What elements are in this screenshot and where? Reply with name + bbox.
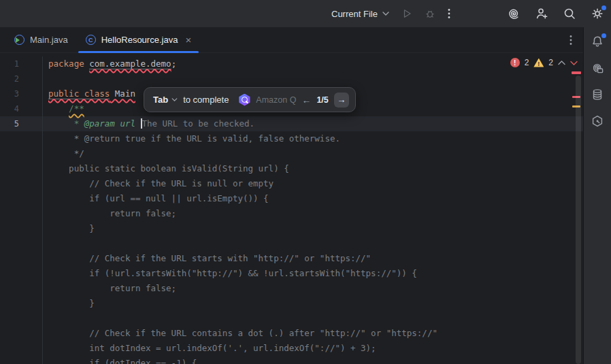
code-line[interactable] xyxy=(0,236,583,251)
code-line[interactable]: // Check if the URL contains a dot (.) a… xyxy=(0,326,583,341)
line-number[interactable] xyxy=(0,191,43,206)
code-text: return false; xyxy=(43,206,176,221)
ghost-suggestion-text: if (dotIndex == -1) { xyxy=(48,358,197,364)
inline-completion-popup: Tab to complete Amazon Q ← 1/5 → xyxy=(144,87,356,112)
previous-problem-chevron-icon[interactable] xyxy=(558,61,565,65)
tabbar-kebab-icon[interactable] xyxy=(569,35,572,46)
search-icon[interactable] xyxy=(563,7,576,20)
previous-suggestion-arrow-icon[interactable]: ← xyxy=(301,95,311,105)
run-icon[interactable] xyxy=(401,8,412,19)
ghost-suggestion-text: // Check if the URL is null or empty xyxy=(48,178,274,188)
code-text: } xyxy=(43,296,95,311)
code-editor[interactable]: 1package com.example.demo;23public class… xyxy=(0,53,583,364)
editor-tabbar: Main.java C HelloResource.java × xyxy=(0,27,583,53)
run-configuration-label: Current File xyxy=(331,9,378,19)
inspections-widget[interactable]: ! 2 ! 2 xyxy=(510,58,578,67)
line-number[interactable]: 2 xyxy=(0,71,43,86)
line-number[interactable]: 1 xyxy=(0,56,43,71)
ghost-suggestion-text: } xyxy=(48,223,95,233)
tab-main-java[interactable]: Main.java xyxy=(5,27,77,52)
code-line[interactable] xyxy=(0,311,583,326)
code-line[interactable]: 2 xyxy=(0,71,583,86)
code-line[interactable]: 1package com.example.demo; xyxy=(0,56,583,71)
code-segment: public class xyxy=(48,88,110,99)
main-toolbar: Current File xyxy=(0,0,611,27)
code-line[interactable]: * @return true if the URL is valid, fals… xyxy=(0,131,583,146)
run-configuration-selector[interactable]: Current File xyxy=(331,9,389,19)
code-line[interactable]: if (url == null || url.isEmpty()) { xyxy=(0,191,583,206)
line-number[interactable]: 5 xyxy=(0,116,43,131)
code-segment: @param xyxy=(84,118,120,129)
code-line[interactable]: if (!url.startsWith("http://") && !url.s… xyxy=(0,266,583,281)
line-number[interactable] xyxy=(0,296,43,311)
add-user-icon[interactable] xyxy=(535,7,548,20)
code-line[interactable]: if (dotIndex == -1) { xyxy=(0,356,583,364)
workspace: Main.java C HelloResource.java × 1packag… xyxy=(0,27,611,364)
code-line[interactable]: 5 * @param url The URL to be checked. xyxy=(0,116,583,131)
tab-helloresource-java[interactable]: C HelloResource.java × xyxy=(77,27,201,52)
amazon-q-icon xyxy=(238,94,250,106)
code-text xyxy=(43,236,48,251)
ghost-suggestion-text: return false; xyxy=(48,283,176,293)
line-number[interactable] xyxy=(0,311,43,326)
line-number[interactable] xyxy=(0,251,43,266)
code-line[interactable]: // Check if the URL starts with "http://… xyxy=(0,251,583,266)
line-number[interactable] xyxy=(0,341,43,356)
code-segment: com.example.demo xyxy=(89,59,171,69)
line-number[interactable] xyxy=(0,206,43,221)
code-text: } xyxy=(43,221,95,236)
line-number[interactable] xyxy=(0,161,43,176)
code-text: // Check if the URL contains a dot (.) a… xyxy=(43,326,437,341)
ghost-suggestion-text: The URL to be checked. xyxy=(142,118,255,129)
code-text: public class Main xyxy=(43,86,135,101)
next-suggestion-arrow-button[interactable]: → xyxy=(334,93,349,107)
code-line[interactable]: int dotIndex = url.indexOf('.', url.inde… xyxy=(0,341,583,356)
warning-count: 2 xyxy=(548,58,553,67)
code-segment: ; xyxy=(171,59,177,69)
ghost-suggestion-text: if (!url.startsWith("http://") && !url.s… xyxy=(48,268,417,278)
next-problem-chevron-icon[interactable] xyxy=(570,61,578,65)
code-line[interactable]: } xyxy=(0,221,583,236)
vertical-scrollbar[interactable] xyxy=(576,76,581,364)
line-number[interactable] xyxy=(0,356,43,364)
code-line[interactable]: public static boolean isValid(String url… xyxy=(0,161,583,176)
line-number[interactable] xyxy=(0,221,43,236)
code-segment: Main xyxy=(110,88,135,99)
ghost-suggestion-text: // Check if the URL contains a dot (.) a… xyxy=(48,328,437,338)
code-line[interactable]: // Check if the URL is null or empty xyxy=(0,176,583,191)
debug-icon[interactable] xyxy=(425,8,435,19)
line-number[interactable]: 3 xyxy=(0,86,43,101)
line-number[interactable]: 4 xyxy=(0,101,43,116)
settings-gear-wrapper[interactable] xyxy=(591,7,604,20)
close-tab-icon[interactable]: × xyxy=(185,35,191,45)
error-stripe-mark[interactable] xyxy=(572,71,581,74)
code-line[interactable]: } xyxy=(0,296,583,311)
more-options-kebab-icon[interactable] xyxy=(448,8,450,19)
line-number[interactable] xyxy=(0,326,43,341)
line-number[interactable] xyxy=(0,176,43,191)
line-number[interactable] xyxy=(0,266,43,281)
line-number[interactable] xyxy=(0,131,43,146)
line-number[interactable] xyxy=(0,146,43,161)
code-text: return false; xyxy=(43,281,176,296)
toolbar-right-icons xyxy=(507,0,604,27)
chevron-down-icon[interactable] xyxy=(171,98,178,101)
code-line[interactable]: return false; xyxy=(0,206,583,221)
amazon-q-spiral-icon[interactable] xyxy=(507,7,521,20)
code-line[interactable]: */ xyxy=(0,146,583,161)
ghost-suggestion-text: * @return true if the URL is valid, fals… xyxy=(48,133,340,144)
class-icon: C xyxy=(86,35,96,45)
line-number[interactable] xyxy=(0,236,43,251)
chevron-down-icon xyxy=(382,12,389,16)
line-number[interactable] xyxy=(0,281,43,296)
notifications-bell-icon[interactable] xyxy=(591,35,604,48)
notification-dot xyxy=(601,33,606,38)
code-text: // Check if the URL is null or empty xyxy=(43,176,274,191)
popup-shortcut-label[interactable]: Tab xyxy=(153,95,168,105)
code-text xyxy=(43,71,48,86)
code-segment xyxy=(48,103,69,114)
amazon-q-chat-icon[interactable] xyxy=(591,61,604,75)
dependencies-hexagon-clock-icon[interactable] xyxy=(591,114,604,128)
database-icon[interactable] xyxy=(591,88,604,101)
code-line[interactable]: return false; xyxy=(0,281,583,296)
